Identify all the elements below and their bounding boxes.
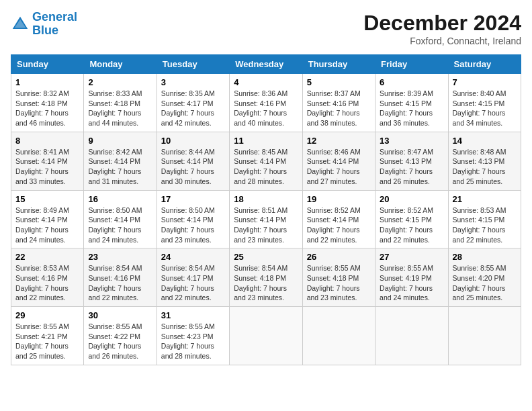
calendar-header-cell: Friday: [375, 55, 448, 74]
day-number: 23: [88, 252, 152, 262]
day-number: 11: [234, 136, 298, 146]
day-number: 1: [15, 77, 79, 87]
day-info: Sunrise: 8:54 AM Sunset: 4:18 PM Dayligh…: [234, 263, 298, 303]
calendar-day-cell: 26 Sunrise: 8:55 AM Sunset: 4:18 PM Dayl…: [302, 248, 375, 307]
day-info: Sunrise: 8:37 AM Sunset: 4:16 PM Dayligh…: [307, 89, 371, 128]
calendar-day-cell: [230, 307, 302, 365]
calendar-day-cell: 10 Sunrise: 8:44 AM Sunset: 4:14 PM Dayl…: [157, 132, 229, 190]
day-info: Sunrise: 8:33 AM Sunset: 4:18 PM Dayligh…: [88, 89, 152, 128]
calendar-day-cell: 11 Sunrise: 8:45 AM Sunset: 4:14 PM Dayl…: [230, 132, 302, 190]
day-number: 15: [15, 194, 79, 204]
calendar-body: 1 Sunrise: 8:32 AM Sunset: 4:18 PM Dayli…: [11, 74, 521, 365]
title-area: December 2024 Foxford, Connacht, Ireland: [363, 11, 521, 46]
day-number: 30: [88, 310, 152, 320]
day-number: 12: [307, 136, 371, 146]
day-info: Sunrise: 8:32 AM Sunset: 4:18 PM Dayligh…: [15, 89, 79, 128]
calendar-week-row: 1 Sunrise: 8:32 AM Sunset: 4:18 PM Dayli…: [11, 74, 521, 132]
calendar-day-cell: 2 Sunrise: 8:33 AM Sunset: 4:18 PM Dayli…: [84, 74, 157, 132]
calendar-day-cell: 12 Sunrise: 8:46 AM Sunset: 4:14 PM Dayl…: [302, 132, 375, 190]
day-number: 9: [88, 136, 152, 146]
day-number: 13: [380, 136, 443, 146]
calendar-day-cell: 17 Sunrise: 8:50 AM Sunset: 4:14 PM Dayl…: [157, 190, 229, 248]
calendar-day-cell: 13 Sunrise: 8:47 AM Sunset: 4:13 PM Dayl…: [375, 132, 448, 190]
calendar-week-row: 15 Sunrise: 8:49 AM Sunset: 4:14 PM Dayl…: [11, 190, 521, 248]
calendar-day-cell: 14 Sunrise: 8:48 AM Sunset: 4:13 PM Dayl…: [448, 132, 521, 190]
calendar-header-row: SundayMondayTuesdayWednesdayThursdayFrid…: [11, 55, 521, 74]
logo: General Blue: [11, 11, 77, 38]
calendar-day-cell: [375, 307, 448, 365]
day-number: 26: [307, 252, 371, 262]
calendar-day-cell: 7 Sunrise: 8:40 AM Sunset: 4:15 PM Dayli…: [448, 74, 521, 132]
calendar-day-cell: 18 Sunrise: 8:51 AM Sunset: 4:14 PM Dayl…: [230, 190, 302, 248]
calendar-day-cell: 27 Sunrise: 8:55 AM Sunset: 4:19 PM Dayl…: [375, 248, 448, 307]
day-info: Sunrise: 8:36 AM Sunset: 4:16 PM Dayligh…: [234, 89, 298, 128]
day-info: Sunrise: 8:41 AM Sunset: 4:14 PM Dayligh…: [15, 147, 79, 187]
calendar-header-cell: Thursday: [302, 55, 375, 74]
day-number: 14: [453, 136, 517, 146]
calendar-day-cell: 29 Sunrise: 8:55 AM Sunset: 4:21 PM Dayl…: [11, 307, 84, 365]
day-number: 18: [234, 194, 298, 204]
day-number: 27: [380, 252, 443, 262]
calendar-day-cell: 21 Sunrise: 8:53 AM Sunset: 4:15 PM Dayl…: [448, 190, 521, 248]
day-number: 24: [161, 252, 225, 262]
day-info: Sunrise: 8:55 AM Sunset: 4:20 PM Dayligh…: [453, 263, 517, 303]
day-info: Sunrise: 8:45 AM Sunset: 4:14 PM Dayligh…: [234, 147, 298, 187]
day-number: 28: [453, 252, 517, 262]
day-info: Sunrise: 8:52 AM Sunset: 4:15 PM Dayligh…: [380, 205, 443, 245]
day-number: 10: [161, 136, 225, 146]
day-number: 22: [15, 252, 79, 262]
day-info: Sunrise: 8:50 AM Sunset: 4:14 PM Dayligh…: [88, 205, 152, 245]
calendar-day-cell: 22 Sunrise: 8:53 AM Sunset: 4:16 PM Dayl…: [11, 248, 84, 307]
day-info: Sunrise: 8:48 AM Sunset: 4:13 PM Dayligh…: [453, 147, 517, 187]
day-info: Sunrise: 8:55 AM Sunset: 4:21 PM Dayligh…: [15, 322, 79, 361]
day-info: Sunrise: 8:51 AM Sunset: 4:14 PM Dayligh…: [234, 205, 298, 245]
day-info: Sunrise: 8:55 AM Sunset: 4:23 PM Dayligh…: [161, 322, 225, 361]
day-number: 4: [234, 77, 298, 87]
calendar-day-cell: 16 Sunrise: 8:50 AM Sunset: 4:14 PM Dayl…: [84, 190, 157, 248]
calendar-header-cell: Tuesday: [157, 55, 229, 74]
calendar-day-cell: 4 Sunrise: 8:36 AM Sunset: 4:16 PM Dayli…: [230, 74, 302, 132]
day-number: 31: [161, 310, 225, 320]
day-number: 21: [453, 194, 517, 204]
day-number: 3: [161, 77, 225, 87]
header: General Blue December 2024 Foxford, Conn…: [11, 11, 521, 46]
day-number: 29: [15, 310, 79, 320]
day-info: Sunrise: 8:52 AM Sunset: 4:14 PM Dayligh…: [307, 205, 371, 245]
calendar-day-cell: 25 Sunrise: 8:54 AM Sunset: 4:18 PM Dayl…: [230, 248, 302, 307]
day-info: Sunrise: 8:44 AM Sunset: 4:14 PM Dayligh…: [161, 147, 225, 187]
calendar-day-cell: 19 Sunrise: 8:52 AM Sunset: 4:14 PM Dayl…: [302, 190, 375, 248]
day-info: Sunrise: 8:49 AM Sunset: 4:14 PM Dayligh…: [15, 205, 79, 245]
calendar-day-cell: 24 Sunrise: 8:54 AM Sunset: 4:17 PM Dayl…: [157, 248, 229, 307]
day-number: 19: [307, 194, 371, 204]
day-info: Sunrise: 8:55 AM Sunset: 4:18 PM Dayligh…: [307, 263, 371, 303]
logo-text: General Blue: [32, 11, 77, 38]
day-info: Sunrise: 8:55 AM Sunset: 4:22 PM Dayligh…: [88, 322, 152, 361]
day-number: 2: [88, 77, 152, 87]
day-number: 16: [88, 194, 152, 204]
logo-icon: [11, 15, 30, 34]
calendar-day-cell: 30 Sunrise: 8:55 AM Sunset: 4:22 PM Dayl…: [84, 307, 157, 365]
day-info: Sunrise: 8:40 AM Sunset: 4:15 PM Dayligh…: [453, 89, 517, 128]
day-number: 20: [380, 194, 443, 204]
calendar-day-cell: 6 Sunrise: 8:39 AM Sunset: 4:15 PM Dayli…: [375, 74, 448, 132]
calendar-day-cell: 31 Sunrise: 8:55 AM Sunset: 4:23 PM Dayl…: [157, 307, 229, 365]
calendar-day-cell: 28 Sunrise: 8:55 AM Sunset: 4:20 PM Dayl…: [448, 248, 521, 307]
day-info: Sunrise: 8:42 AM Sunset: 4:14 PM Dayligh…: [88, 147, 152, 187]
day-number: 7: [453, 77, 517, 87]
calendar-subtitle: Foxford, Connacht, Ireland: [363, 36, 521, 46]
calendar-header-cell: Monday: [84, 55, 157, 74]
day-info: Sunrise: 8:50 AM Sunset: 4:14 PM Dayligh…: [161, 205, 225, 245]
day-info: Sunrise: 8:35 AM Sunset: 4:17 PM Dayligh…: [161, 89, 225, 128]
calendar-week-row: 22 Sunrise: 8:53 AM Sunset: 4:16 PM Dayl…: [11, 248, 521, 307]
calendar-day-cell: 5 Sunrise: 8:37 AM Sunset: 4:16 PM Dayli…: [302, 74, 375, 132]
calendar-day-cell: 3 Sunrise: 8:35 AM Sunset: 4:17 PM Dayli…: [157, 74, 229, 132]
calendar-day-cell: 1 Sunrise: 8:32 AM Sunset: 4:18 PM Dayli…: [11, 74, 84, 132]
calendar-week-row: 8 Sunrise: 8:41 AM Sunset: 4:14 PM Dayli…: [11, 132, 521, 190]
day-info: Sunrise: 8:54 AM Sunset: 4:16 PM Dayligh…: [88, 263, 152, 303]
day-number: 6: [380, 77, 443, 87]
calendar-header-cell: Sunday: [11, 55, 84, 74]
calendar-day-cell: 15 Sunrise: 8:49 AM Sunset: 4:14 PM Dayl…: [11, 190, 84, 248]
calendar-table: SundayMondayTuesdayWednesdayThursdayFrid…: [11, 54, 521, 365]
calendar-day-cell: 8 Sunrise: 8:41 AM Sunset: 4:14 PM Dayli…: [11, 132, 84, 190]
day-info: Sunrise: 8:53 AM Sunset: 4:15 PM Dayligh…: [453, 205, 517, 245]
